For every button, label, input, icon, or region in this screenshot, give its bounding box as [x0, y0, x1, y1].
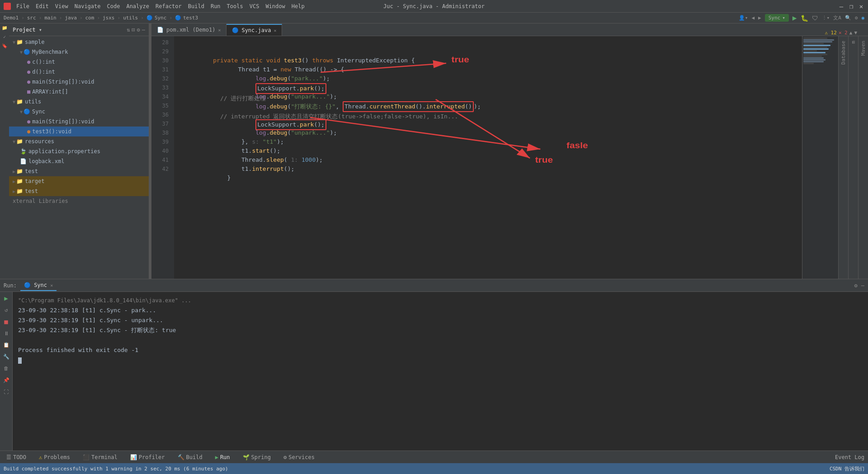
tab-build[interactable]: 🔨 Build	[175, 452, 205, 462]
forward-icon[interactable]: ▶	[758, 15, 761, 21]
breadcrumb-java[interactable]: java	[65, 15, 77, 21]
problems-chevron-up[interactable]: ▲	[849, 30, 853, 36]
back-icon[interactable]: ◀	[751, 15, 755, 21]
project-ctrl-collapse[interactable]: ⇅	[127, 27, 130, 33]
database-label[interactable]: Database	[840, 37, 847, 68]
maximize-button[interactable]: ❐	[848, 3, 854, 9]
tree-item[interactable]: ▼ 📁 resources	[9, 136, 149, 146]
tab-pom[interactable]: 📄 pom.xml (Demo1) ✕	[151, 24, 226, 36]
run-settings-icon[interactable]: ⚙	[854, 282, 858, 289]
tab-spring[interactable]: 🌱 Spring	[240, 452, 274, 462]
minimize-button[interactable]: —	[838, 3, 844, 9]
commit-icon[interactable]: ✓	[1, 34, 8, 42]
menu-vcs[interactable]: VCS	[247, 2, 262, 10]
more-run-options[interactable]: ⋮▾	[822, 15, 830, 21]
search-icon[interactable]: 🔍	[845, 15, 851, 21]
tab-pom-close[interactable]: ✕	[218, 28, 221, 33]
settings-icon[interactable]: ⚙	[855, 15, 858, 21]
run-minimize-icon[interactable]: —	[861, 282, 864, 289]
profile-icon[interactable]: 👤▾	[739, 15, 748, 21]
menu-analyze[interactable]: Analyze	[123, 2, 152, 10]
menu-code[interactable]: Code	[104, 2, 123, 10]
breadcrumb-src[interactable]: src	[27, 15, 36, 21]
tab-profiler[interactable]: 📊 Profiler	[127, 452, 168, 462]
run-pin-icon[interactable]: 📌	[2, 376, 11, 385]
project-ctrl-gear[interactable]: ⚙	[137, 27, 140, 33]
menu-build[interactable]: Build	[185, 2, 207, 10]
tree-item[interactable]: ● d():int	[9, 67, 149, 77]
run-expand-icon[interactable]: ⛶	[2, 388, 11, 397]
project-ctrl-settings[interactable]: ⊡	[132, 27, 135, 33]
breadcrumb-jsxs[interactable]: jsxs	[103, 15, 115, 21]
tree-item[interactable]: ▼ 🔵 Sync	[9, 107, 149, 117]
tree-item-test3[interactable]: ● test3():void	[9, 127, 149, 136]
tree-item-external[interactable]: xternal Libraries	[9, 196, 149, 206]
right-panels: Database m Maven	[838, 36, 868, 279]
tree-item[interactable]: ▶ 📁 target	[9, 176, 149, 186]
tree-item[interactable]: ● c():int	[9, 57, 149, 67]
breadcrumb-sync[interactable]: 🔵	[146, 15, 153, 21]
tab-todo[interactable]: ☰ TODO	[4, 452, 29, 462]
tree-item[interactable]: ▼ 🔵 MyBenchmark	[9, 47, 149, 57]
run-config-selector[interactable]: Sync ▾	[765, 14, 789, 22]
run-button[interactable]: ▶	[793, 14, 797, 22]
tree-item[interactable]: 📄 logback.xml	[9, 156, 149, 166]
coverage-button[interactable]: 🛡	[812, 14, 818, 22]
project-icon[interactable]: 📁	[1, 25, 8, 33]
minimap	[802, 36, 838, 279]
tab-sync-close[interactable]: ✕	[274, 28, 276, 33]
menu-view[interactable]: View	[52, 2, 71, 10]
code-line-33: log.debug("unpark...");	[178, 83, 798, 92]
menu-tools[interactable]: Tools	[224, 2, 246, 10]
breadcrumb-sync-label[interactable]: Sync	[155, 15, 167, 21]
tree-item[interactable]: ▼ 📁 utils	[9, 97, 149, 107]
breadcrumb-main[interactable]: main	[44, 15, 57, 21]
run-tab-close[interactable]: ✕	[50, 283, 53, 288]
tree-item[interactable]: ■ ARRAY:int[]	[9, 87, 149, 97]
tab-services[interactable]: ⚙ Services	[281, 452, 317, 462]
build-label: Build	[186, 454, 203, 460]
editor-main: 28 29 30 31 32 33 34 35 36 37 38 39 40 4…	[151, 36, 868, 279]
bookmark-icon[interactable]: 🔖	[1, 43, 8, 51]
tab-terminal[interactable]: ⬛ Terminal	[80, 452, 120, 462]
run-dump-button[interactable]: 📋	[2, 341, 11, 350]
translate-icon[interactable]: 文A	[833, 14, 841, 21]
menu-run[interactable]: Run	[208, 2, 223, 10]
m-label[interactable]: m	[849, 37, 857, 47]
run-rerun-button[interactable]: ↺	[2, 305, 11, 314]
problems-chevron-down[interactable]: ▼	[854, 30, 857, 36]
tree-item[interactable]: ▶ 📁 test	[9, 166, 149, 176]
tab-problems[interactable]: ⚠ Problems	[36, 452, 73, 462]
maven-label[interactable]: Maven	[859, 37, 867, 59]
tree-item[interactable]: ● main(String[]):void	[9, 117, 149, 127]
menu-refactor[interactable]: Refactor	[153, 2, 184, 10]
run-stop-button[interactable]: ■	[2, 317, 11, 326]
run-suspend-button[interactable]: ⏸	[2, 329, 11, 338]
tab-sync[interactable]: 🔵 Sync.java ✕	[226, 24, 282, 36]
code-content[interactable]: private static void test3() throws Inter…	[174, 36, 802, 279]
tree-item[interactable]: ▶ 📁 test	[9, 186, 149, 196]
breadcrumb-demo1[interactable]: Demo1	[4, 15, 19, 21]
run-play-button[interactable]: ▶	[2, 294, 11, 303]
run-trash-icon[interactable]: 🗑	[2, 364, 11, 373]
tab-run[interactable]: ▶ Run	[212, 452, 233, 462]
breadcrumb-test3[interactable]: test3	[183, 15, 198, 21]
menu-edit[interactable]: Edit	[33, 2, 52, 10]
run-tab-sync[interactable]: 🔵 Sync ✕	[20, 280, 57, 291]
update-icon[interactable]: ◉	[861, 15, 864, 21]
project-ctrl-minus[interactable]: —	[142, 27, 145, 33]
menu-navigate[interactable]: Navigate	[72, 2, 104, 10]
menu-help[interactable]: Help	[289, 2, 307, 10]
menu-file[interactable]: File	[14, 2, 32, 10]
breadcrumb-com[interactable]: com	[85, 15, 94, 21]
tree-item[interactable]: ▼ 📁 sample	[9, 37, 149, 47]
debug-button[interactable]: 🐛	[801, 14, 808, 22]
tree-item[interactable]: 🍃 application.properties	[9, 146, 149, 156]
close-button[interactable]: ✕	[858, 3, 864, 9]
breadcrumb-utils[interactable]: utils	[123, 15, 138, 21]
menu-window[interactable]: Window	[263, 2, 288, 10]
run-output-process: "C:\Program Files\Java\jdk1.8.0_144\bin\…	[18, 296, 863, 305]
tree-item[interactable]: ● main(String[]):void	[9, 77, 149, 87]
event-log-link[interactable]: Event Log	[835, 454, 864, 460]
run-settings2-icon[interactable]: 🔧	[2, 352, 11, 361]
